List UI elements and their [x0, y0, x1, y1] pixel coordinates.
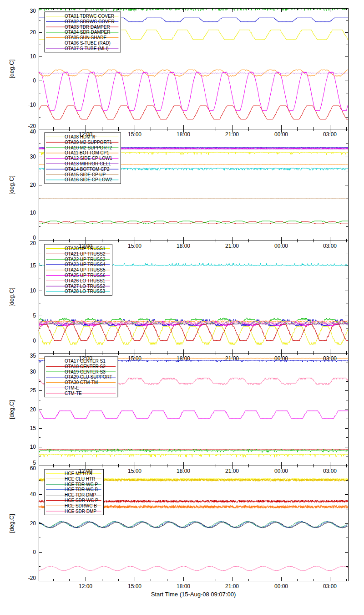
telemetry-plot-page: OTA01 TDRWC COVEROTA02 SDRWC COVEROTA03 …: [0, 0, 364, 615]
temperature-telemetry-chart: OTA01 TDRWC COVEROTA02 SDRWC COVEROTA03 …: [0, 0, 364, 615]
svg-text:0: 0: [33, 77, 36, 84]
svg-text:15:00: 15:00: [128, 583, 142, 589]
svg-text:10: 10: [30, 210, 36, 216]
svg-text:HCE TDR DMP: HCE TDR DMP: [65, 492, 96, 497]
svg-text:OTA03 TDR DAMPER: OTA03 TDR DAMPER: [65, 25, 110, 30]
svg-text:OTA14 BOTTOM CP2: OTA14 BOTTOM CP2: [65, 167, 110, 172]
svg-text:20: 20: [30, 240, 36, 246]
svg-text:OTA25 UP TRUSS6: OTA25 UP TRUSS6: [65, 273, 106, 278]
svg-text:OTA19 CENTER S3: OTA19 CENTER S3: [65, 369, 106, 374]
svg-text:OTA10 M2 SUPPORT2: OTA10 M2 SUPPORT2: [65, 145, 112, 150]
svg-text:25: 25: [30, 387, 36, 394]
svg-text:15: 15: [30, 262, 36, 269]
svg-text:5: 5: [33, 313, 36, 319]
svg-text:30: 30: [30, 154, 36, 160]
svg-text:18:00: 18:00: [177, 583, 190, 589]
svg-text:40: 40: [30, 128, 36, 135]
svg-text:OTA27 LO TRUSS2: OTA27 LO TRUSS2: [65, 284, 106, 289]
svg-text:OTA06 S-TUBE (RAD): OTA06 S-TUBE (RAD): [65, 41, 111, 46]
svg-text:20: 20: [30, 182, 36, 188]
svg-text:10: 10: [30, 444, 36, 450]
svg-text:OTA11 BOTTOM CP1: OTA11 BOTTOM CP1: [65, 150, 109, 155]
svg-text:[deg.C]: [deg.C]: [8, 59, 15, 78]
svg-text:OTA05 SUN SHADE: OTA05 SUN SHADE: [65, 35, 106, 40]
svg-text:OTA30 CTM-TM: OTA30 CTM-TM: [65, 380, 98, 385]
svg-text:10: 10: [30, 287, 36, 294]
svg-text:30: 30: [30, 8, 36, 14]
svg-text:OTA24 UP TRUSS5: OTA24 UP TRUSS5: [65, 267, 106, 272]
svg-text:10: 10: [30, 53, 36, 60]
svg-text:OTA22 UP TRUSS3: OTA22 UP TRUSS3: [65, 257, 106, 262]
svg-text:20: 20: [30, 29, 36, 36]
svg-text:OTA23 UP TRUSS4: OTA23 UP TRUSS4: [65, 262, 106, 267]
svg-text:HCE CLU HTR: HCE CLU HTR: [65, 477, 95, 482]
svg-text:HCE TDR WC B: HCE TDR WC B: [65, 487, 98, 492]
svg-text:[deg.C]: [deg.C]: [8, 514, 15, 533]
svg-text:HCE TDR WC P: HCE TDR WC P: [65, 482, 98, 487]
svg-text:OTA04 SDR DAMPER: OTA04 SDR DAMPER: [65, 30, 110, 35]
svg-text:-10: -10: [28, 102, 36, 108]
svg-text:OTA15 SIDE CP UP: OTA15 SIDE CP UP: [65, 172, 106, 177]
svg-text:OTA09 M2 SUPPORT1: OTA09 M2 SUPPORT1: [65, 140, 112, 145]
svg-text:35: 35: [30, 353, 36, 359]
svg-text:00:00: 00:00: [274, 583, 288, 589]
svg-text:20: 20: [30, 406, 36, 413]
svg-text:OTA02 SDRWC COVER: OTA02 SDRWC COVER: [65, 19, 115, 24]
svg-text:HCE SDR DMP: HCE SDR DMP: [65, 509, 96, 514]
svg-text:60: 60: [30, 465, 36, 472]
svg-text:[deg.C]: [deg.C]: [8, 175, 15, 195]
svg-text:OTA16 SIDE CP LOW2: OTA16 SIDE CP LOW2: [65, 177, 112, 182]
svg-text:Start Time (15-Aug-08 09:07:00: Start Time (15-Aug-08 09:07:00): [151, 591, 236, 598]
svg-text:OTA01 TDRWC COVER: OTA01 TDRWC COVER: [65, 14, 114, 19]
svg-text:OTA12 SIDE CP LOW1: OTA12 SIDE CP LOW1: [65, 156, 112, 161]
svg-text:[deg.C]: [deg.C]: [8, 400, 15, 419]
svg-text:OTA21 UP TRUSS2: OTA21 UP TRUSS2: [65, 251, 106, 256]
svg-text:0: 0: [33, 549, 36, 555]
svg-text:OTA13 MIRROR CELL: OTA13 MIRROR CELL: [65, 161, 111, 166]
svg-text:OTA28 LO TRUSS3: OTA28 LO TRUSS3: [65, 289, 106, 294]
svg-text:0: 0: [33, 338, 36, 344]
svg-text:OTA07 S-TUBE (MLI): OTA07 S-TUBE (MLI): [65, 46, 109, 51]
svg-text:OTA29 CLU SUPPORT: OTA29 CLU SUPPORT: [65, 374, 112, 379]
svg-text:15: 15: [30, 425, 36, 431]
svg-text:20: 20: [30, 520, 36, 527]
svg-text:12:00: 12:00: [79, 583, 92, 589]
svg-text:OTA18 CENTER S2: OTA18 CENTER S2: [65, 364, 106, 369]
svg-text:03:00: 03:00: [323, 583, 337, 589]
svg-text:CTM-E: CTM-E: [65, 385, 79, 390]
svg-text:HCE SDRWC B: HCE SDRWC B: [65, 503, 97, 508]
svg-text:CTM-TE: CTM-TE: [65, 391, 82, 396]
svg-text:21:00: 21:00: [225, 583, 239, 589]
svg-text:[deg.C]: [deg.C]: [8, 287, 15, 307]
svg-text:40: 40: [30, 491, 36, 497]
svg-text:HCE SDR WC P: HCE SDR WC P: [65, 498, 98, 503]
svg-text:30: 30: [30, 369, 36, 375]
svg-text:-20: -20: [28, 575, 36, 581]
svg-text:OTA26 LO TRUSS1: OTA26 LO TRUSS1: [65, 278, 106, 283]
